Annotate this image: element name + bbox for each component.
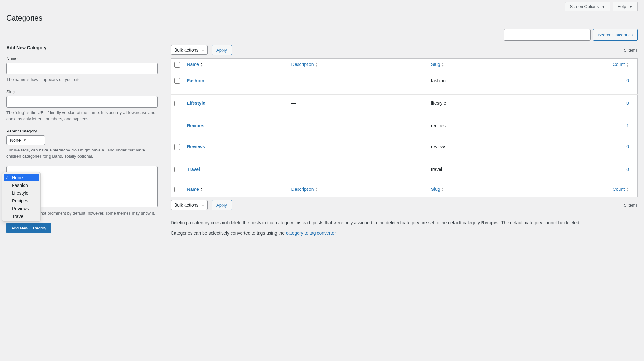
row-description: —	[288, 138, 428, 161]
dropdown-option-label: None	[12, 175, 23, 180]
chevron-down-icon: ▼	[23, 138, 26, 142]
row-checkbox[interactable]	[174, 167, 180, 172]
col-count[interactable]: Count▲▼	[519, 59, 637, 72]
slug-help: The “slug” is the URL-friendly version o…	[6, 110, 158, 122]
category-link[interactable]: Reviews	[187, 144, 205, 149]
select-all-top[interactable]	[174, 62, 180, 68]
parent-label: Parent Category	[6, 129, 158, 133]
screen-options-button[interactable]: Screen Options ▼	[565, 2, 610, 11]
bulk-actions-label: Bulk actions	[174, 47, 198, 53]
dropdown-option-label: Recipes	[12, 198, 28, 203]
row-slug: recipes	[428, 117, 520, 138]
sort-icon: ▲▼	[315, 187, 318, 192]
bulk-actions-select-bottom[interactable]: Bulk actions ⌄	[171, 200, 208, 210]
dropdown-option[interactable]: Recipes	[4, 197, 39, 205]
row-slug: fashion	[428, 72, 520, 95]
caret-down-icon: ▼	[629, 5, 633, 9]
col-slug[interactable]: Slug▲▼	[428, 59, 520, 72]
name-help: The name is how it appears on your site.	[6, 76, 158, 83]
search-button[interactable]: Search Categories	[593, 29, 638, 41]
select-all-bottom[interactable]	[174, 187, 180, 192]
items-count-top: 5 items	[624, 48, 638, 53]
category-link[interactable]: Lifestyle	[187, 101, 205, 106]
form-heading: Add New Category	[6, 45, 158, 50]
parent-help: , unlike tags, can have a hierarchy. You…	[6, 147, 158, 160]
chevron-down-icon: ⌄	[202, 48, 204, 52]
row-count-link[interactable]: 0	[626, 167, 629, 172]
row-count-link[interactable]: 0	[626, 101, 629, 106]
table-row: Travel—travel0	[171, 161, 638, 183]
sort-icon: ▲▼	[441, 187, 444, 192]
sort-icon: ▲▼	[200, 63, 203, 67]
screen-options-label: Screen Options	[570, 4, 599, 9]
row-description: —	[288, 161, 428, 183]
apply-button-bottom[interactable]: Apply	[212, 200, 232, 210]
bulk-actions-label: Bulk actions	[174, 202, 198, 208]
categories-table: Name▲▼ Description▲▼ Slug▲▼ Count▲▼ Fash…	[171, 58, 638, 197]
sort-icon: ▲▼	[200, 187, 203, 192]
page-title: Categories	[6, 14, 638, 23]
category-link[interactable]: Recipes	[187, 123, 204, 128]
dropdown-option-label: Lifestyle	[12, 190, 28, 196]
add-category-button[interactable]: Add New Category	[6, 223, 51, 233]
row-count-link[interactable]: 1	[626, 123, 629, 128]
dropdown-option-label: Fashion	[12, 183, 28, 188]
dropdown-option-label: Reviews	[12, 206, 29, 211]
row-slug: reviews	[428, 138, 520, 161]
col-name[interactable]: Name▲▼	[184, 59, 288, 72]
row-slug: travel	[428, 161, 520, 183]
col-description[interactable]: Description▲▼	[288, 59, 428, 72]
slug-input[interactable]	[6, 96, 158, 108]
row-description: —	[288, 72, 428, 95]
slug-label: Slug	[6, 89, 158, 94]
parent-dropdown: ✓NoneFashionLifestyleRecipesReviewsTrave…	[2, 172, 41, 222]
help-button[interactable]: Help ▼	[613, 2, 638, 11]
table-row: Recipes—recipes1	[171, 117, 638, 138]
sort-icon: ▲▼	[315, 63, 318, 67]
col-slug[interactable]: Slug▲▼	[428, 183, 520, 197]
delete-note: Deleting a category does not delete the …	[171, 219, 638, 226]
apply-button-top[interactable]: Apply	[212, 45, 232, 55]
category-link[interactable]: Fashion	[187, 78, 204, 83]
items-count-bottom: 5 items	[624, 203, 638, 208]
convert-note: Categories can be selectively converted …	[171, 229, 638, 237]
table-row: Fashion—fashion0	[171, 72, 638, 95]
parent-select[interactable]: None ▼	[6, 135, 45, 145]
dropdown-option-label: Travel	[12, 214, 24, 219]
name-input[interactable]	[6, 63, 158, 74]
row-slug: lifestyle	[428, 95, 520, 117]
table-row: Lifestyle—lifestyle0	[171, 95, 638, 117]
row-count-link[interactable]: 0	[626, 144, 629, 149]
name-label: Name	[6, 56, 158, 61]
dropdown-option[interactable]: Reviews	[4, 205, 39, 212]
row-description: —	[288, 95, 428, 117]
sort-icon: ▲▼	[626, 63, 629, 67]
chevron-down-icon: ⌄	[202, 203, 204, 207]
check-icon: ✓	[5, 175, 10, 180]
help-label: Help	[618, 4, 626, 9]
row-description: —	[288, 117, 428, 138]
caret-down-icon: ▼	[602, 5, 605, 9]
category-link[interactable]: Travel	[187, 167, 200, 172]
dropdown-option[interactable]: Travel	[4, 212, 39, 220]
col-count[interactable]: Count▲▼	[519, 183, 637, 197]
dropdown-option[interactable]: Lifestyle	[4, 189, 39, 197]
table-row: Reviews—reviews0	[171, 138, 638, 161]
bulk-actions-select[interactable]: Bulk actions ⌄	[171, 45, 208, 55]
row-count-link[interactable]: 0	[626, 78, 629, 83]
col-description[interactable]: Description▲▼	[288, 183, 428, 197]
row-checkbox[interactable]	[174, 144, 180, 150]
category-to-tag-link[interactable]: category to tag converter	[286, 230, 336, 236]
search-input[interactable]	[504, 29, 591, 41]
sort-icon: ▲▼	[626, 187, 629, 192]
dropdown-option[interactable]: ✓None	[4, 174, 39, 181]
sort-icon: ▲▼	[441, 63, 444, 67]
parent-select-value: None	[10, 138, 21, 143]
row-checkbox[interactable]	[174, 101, 180, 106]
dropdown-option[interactable]: Fashion	[4, 181, 39, 189]
col-name[interactable]: Name▲▼	[184, 183, 288, 197]
row-checkbox[interactable]	[174, 78, 180, 84]
